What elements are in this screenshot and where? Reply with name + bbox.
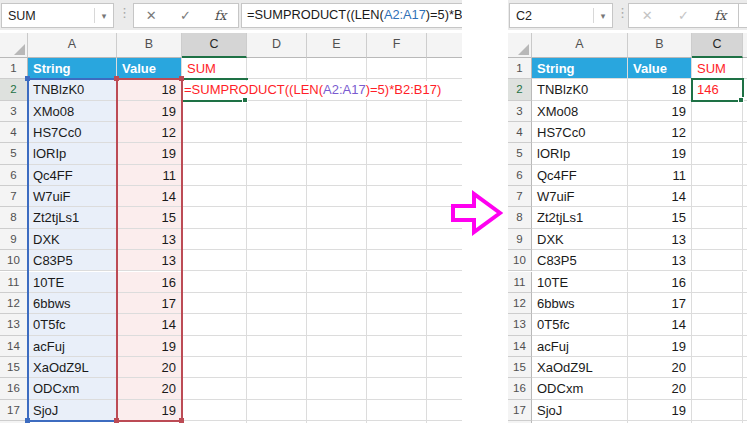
cell[interactable] (427, 58, 462, 79)
string-cell[interactable]: XMo08 (532, 101, 628, 122)
row-header-14[interactable]: 14 (0, 336, 28, 357)
column-header-B[interactable]: B (117, 33, 182, 58)
cell[interactable] (307, 101, 367, 122)
row-header-11[interactable]: 11 (508, 272, 532, 293)
column-header-B[interactable]: B (628, 33, 692, 58)
string-cell[interactable]: TNBlzK0 (532, 79, 628, 100)
cell[interactable] (247, 400, 307, 421)
cell[interactable] (427, 143, 462, 164)
string-cell[interactable]: acFuj (28, 336, 117, 357)
cell[interactable] (692, 250, 743, 271)
cell[interactable] (692, 293, 743, 314)
cell[interactable] (692, 101, 743, 122)
value-cell[interactable]: 19 (117, 143, 182, 164)
cell[interactable] (692, 378, 743, 399)
cell[interactable] (427, 165, 462, 186)
cell[interactable] (307, 58, 367, 79)
cell[interactable] (307, 143, 367, 164)
cell[interactable] (427, 357, 462, 378)
string-cell[interactable]: W7uiF (532, 186, 628, 207)
value-cell[interactable]: 18 (117, 79, 182, 100)
cell[interactable] (367, 272, 427, 293)
row-header-6[interactable]: 6 (0, 165, 28, 186)
column-header-C[interactable]: C (182, 33, 247, 58)
cell[interactable] (182, 314, 247, 335)
cell[interactable] (427, 400, 462, 421)
row-header-1[interactable]: 1 (508, 58, 532, 79)
cell[interactable] (247, 122, 307, 143)
column-header-clipped[interactable] (427, 33, 462, 58)
cell[interactable] (692, 272, 743, 293)
cell[interactable] (182, 293, 247, 314)
string-cell[interactable]: 0T5fc (532, 314, 628, 335)
cell[interactable] (247, 58, 307, 79)
cell[interactable] (427, 293, 462, 314)
row-header-4[interactable]: 4 (508, 122, 532, 143)
value-cell[interactable]: 20 (117, 357, 182, 378)
cell[interactable] (743, 79, 747, 100)
row-header-15[interactable]: 15 (0, 357, 28, 378)
cell[interactable] (247, 165, 307, 186)
cell[interactable] (743, 272, 747, 293)
cell[interactable] (743, 165, 747, 186)
cell[interactable] (367, 250, 427, 271)
value-cell[interactable]: 19 (628, 336, 692, 357)
cell[interactable] (367, 186, 427, 207)
string-cell[interactable]: HS7Cc0 (28, 122, 117, 143)
string-cell[interactable]: XaOdZ9L (532, 357, 628, 378)
cell[interactable] (367, 357, 427, 378)
cell[interactable] (182, 186, 247, 207)
row-header-10[interactable]: 10 (0, 250, 28, 271)
cell[interactable] (692, 314, 743, 335)
row-header-12[interactable]: 12 (0, 293, 28, 314)
column-header-D[interactable]: D (247, 33, 307, 58)
value-cell[interactable]: 15 (117, 207, 182, 228)
row-header-16[interactable]: 16 (508, 378, 532, 399)
cell[interactable] (182, 101, 247, 122)
cell[interactable] (692, 357, 743, 378)
header-cell-string[interactable]: String (532, 58, 628, 79)
value-cell[interactable]: 11 (628, 165, 692, 186)
string-cell[interactable]: HS7Cc0 (532, 122, 628, 143)
row-header-11[interactable]: 11 (0, 272, 28, 293)
cell[interactable] (427, 314, 462, 335)
cell[interactable] (367, 400, 427, 421)
row-header-10[interactable]: 10 (508, 250, 532, 271)
row-header-9[interactable]: 9 (508, 229, 532, 250)
string-cell[interactable]: ODCxm (532, 378, 628, 399)
cell[interactable] (247, 272, 307, 293)
row-header-5[interactable]: 5 (508, 143, 532, 164)
cell[interactable] (182, 143, 247, 164)
cell[interactable] (182, 207, 247, 228)
row-header-8[interactable]: 8 (0, 207, 28, 228)
cell[interactable] (182, 272, 247, 293)
header-cell-value[interactable]: Value (117, 58, 182, 79)
cell[interactable] (427, 250, 462, 271)
cell[interactable] (367, 165, 427, 186)
string-cell[interactable]: 0T5fc (28, 314, 117, 335)
cell[interactable] (307, 336, 367, 357)
header-cell-value[interactable]: Value (628, 58, 692, 79)
cell[interactable] (247, 314, 307, 335)
row-header-2[interactable]: 2 (508, 79, 532, 100)
cell[interactable] (367, 336, 427, 357)
cell[interactable] (182, 229, 247, 250)
cell[interactable] (743, 250, 747, 271)
string-cell[interactable]: ODCxm (28, 378, 117, 399)
cell[interactable] (307, 186, 367, 207)
value-cell[interactable]: 17 (628, 293, 692, 314)
cell[interactable] (247, 207, 307, 228)
value-cell[interactable]: 20 (628, 378, 692, 399)
column-header-E[interactable]: E (307, 33, 367, 58)
value-cell[interactable]: 20 (117, 378, 182, 399)
value-cell[interactable]: 13 (628, 229, 692, 250)
cell[interactable] (427, 336, 462, 357)
cell[interactable] (692, 186, 743, 207)
string-cell[interactable]: lORIp (532, 143, 628, 164)
cell[interactable] (182, 336, 247, 357)
string-cell[interactable]: XMo08 (28, 101, 117, 122)
cell[interactable] (692, 336, 743, 357)
cell[interactable] (307, 250, 367, 271)
result-cell[interactable]: 146 (692, 79, 743, 100)
cell[interactable] (692, 229, 743, 250)
